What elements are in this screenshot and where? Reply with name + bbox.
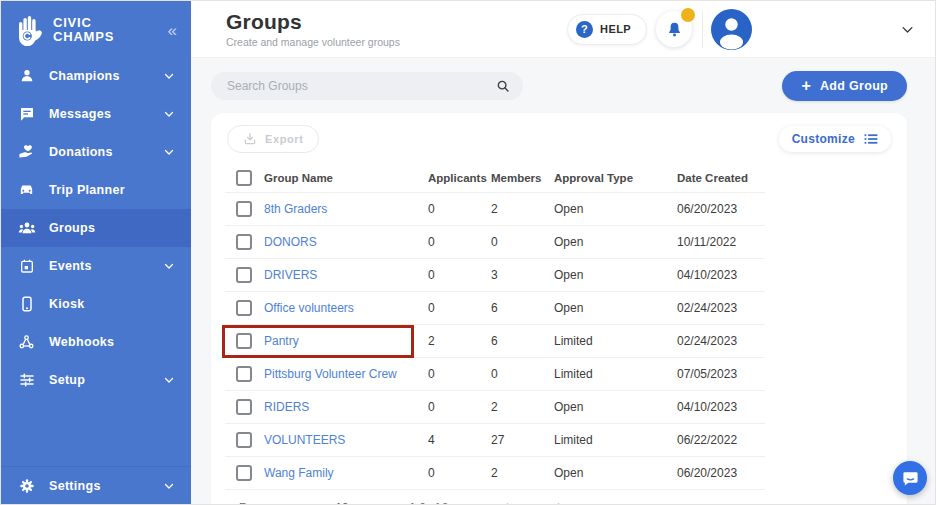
group-name-link[interactable]: Pantry: [264, 334, 428, 348]
group-name-link[interactable]: Wang Family: [264, 466, 428, 480]
next-page-button[interactable]: [553, 501, 566, 505]
row-checkbox[interactable]: [236, 300, 252, 316]
rows-per-page-select[interactable]: 10: [336, 501, 364, 505]
sidebar-item-webhooks[interactable]: Webhooks: [1, 323, 191, 361]
applicants-cell: 0: [428, 301, 491, 315]
brand-name: CIVIC CHAMPS: [53, 16, 114, 44]
col-date-created: Date Created: [677, 172, 773, 184]
add-group-button[interactable]: + Add Group: [782, 71, 907, 101]
date-created-cell: 06/20/2023: [677, 202, 773, 216]
phone-icon: [17, 296, 36, 312]
page-title: Groups: [226, 10, 400, 34]
members-cell: 6: [491, 301, 554, 315]
row-checkbox[interactable]: [236, 366, 252, 382]
app-window: CIVIC CHAMPS « Champions Messages: [0, 0, 936, 505]
date-created-cell: 06/20/2023: [677, 466, 773, 480]
plus-icon: +: [801, 78, 811, 94]
sidebar-item-events[interactable]: Events: [1, 247, 191, 285]
chevron-down-icon: [163, 108, 175, 120]
customize-button[interactable]: Customize: [779, 126, 891, 152]
chat-widget-button[interactable]: [893, 461, 927, 495]
content: + Add Group Export Customize: [191, 58, 935, 504]
table-row: DONORS 0 0 Open 10/11/2022: [225, 226, 765, 259]
members-cell: 0: [491, 367, 554, 381]
row-checkbox[interactable]: [236, 432, 252, 448]
sidebar-item-label: Events: [49, 259, 92, 273]
chevron-down-icon: [163, 374, 175, 386]
row-checkbox[interactable]: [236, 234, 252, 250]
members-cell: 2: [491, 202, 554, 216]
search-box[interactable]: [211, 72, 523, 100]
col-members: Members: [491, 172, 554, 184]
group-name-link[interactable]: RIDERS: [264, 400, 428, 414]
col-group-name: Group Name: [264, 172, 428, 184]
sidebar-item-label: Webhooks: [49, 335, 114, 349]
chat-bubble-icon: [902, 470, 919, 487]
sidebar-item-label: Kiosk: [49, 297, 85, 311]
sidebar-item-champions[interactable]: Champions: [1, 57, 191, 95]
search-icon: [496, 79, 510, 93]
bell-icon: [666, 21, 683, 38]
table-header-row: Group Name Applicants Members Approval T…: [225, 163, 765, 193]
chevron-down-icon: [163, 146, 175, 158]
col-applicants: Applicants: [428, 172, 491, 184]
sidebar-item-setup[interactable]: Setup: [1, 361, 191, 399]
notifications-button[interactable]: [656, 11, 692, 47]
export-button[interactable]: Export: [227, 125, 319, 153]
chevron-down-icon: [163, 260, 175, 272]
chevron-down-icon: [163, 480, 175, 492]
row-checkbox[interactable]: [236, 333, 252, 349]
approval-cell: Open: [554, 400, 677, 414]
table-row: DRIVERS 0 3 Open 04/10/2023: [225, 259, 765, 292]
sidebar-item-messages[interactable]: Messages: [1, 95, 191, 133]
user-avatar[interactable]: [711, 9, 752, 50]
row-checkbox[interactable]: [236, 267, 252, 283]
row-checkbox[interactable]: [236, 201, 252, 217]
sidebar: CIVIC CHAMPS « Champions Messages: [1, 1, 191, 504]
sidebar-item-settings[interactable]: Settings: [1, 466, 191, 504]
list-icon: [864, 133, 878, 145]
topbar: Groups Create and manage volunteer group…: [191, 1, 935, 58]
group-name-link[interactable]: DRIVERS: [264, 268, 428, 282]
sidebar-item-label: Donations: [49, 145, 113, 159]
table-row: VOLUNTEERS 4 27 Limited 06/22/2022: [225, 424, 765, 457]
table-row-highlighted: Pantry 2 6 Limited 02/24/2023: [225, 325, 765, 358]
people-group-icon: [17, 220, 36, 236]
topbar-actions: ? HELP: [567, 9, 915, 50]
previous-page-button[interactable]: [500, 501, 513, 505]
sidebar-item-kiosk[interactable]: Kiosk: [1, 285, 191, 323]
chat-icon: [17, 106, 36, 122]
account-chevron-down-icon[interactable]: [900, 22, 915, 37]
members-cell: 2: [491, 466, 554, 480]
sidebar-item-trip-planner[interactable]: Trip Planner: [1, 171, 191, 209]
applicants-cell: 2: [428, 334, 491, 348]
help-button[interactable]: ? HELP: [567, 14, 647, 45]
topbar-divider: [702, 10, 703, 48]
row-checkbox[interactable]: [236, 465, 252, 481]
group-name-link[interactable]: Pittsburg Volunteer Crew: [264, 367, 428, 381]
card-toolbar: Export Customize: [225, 113, 893, 163]
group-name-link[interactable]: DONORS: [264, 235, 428, 249]
members-cell: 2: [491, 400, 554, 414]
sliders-icon: [17, 372, 36, 388]
table-row: Pittsburg Volunteer Crew 0 0 Limited 07/…: [225, 358, 765, 391]
applicants-cell: 4: [428, 433, 491, 447]
sidebar-item-donations[interactable]: Donations: [1, 133, 191, 171]
person-icon: [17, 68, 36, 84]
members-cell: 27: [491, 433, 554, 447]
group-name-link[interactable]: 8th Graders: [264, 202, 428, 216]
date-created-cell: 04/10/2023: [677, 400, 773, 414]
main-area: Groups Create and manage volunteer group…: [191, 1, 935, 504]
sidebar-nav: Champions Messages Donations: [1, 57, 191, 504]
applicants-cell: 0: [428, 466, 491, 480]
page-subtitle: Create and manage volunteer groups: [226, 36, 400, 48]
sidebar-item-groups[interactable]: Groups: [1, 209, 191, 247]
group-name-link[interactable]: Office volunteers: [264, 301, 428, 315]
row-checkbox[interactable]: [236, 399, 252, 415]
select-all-checkbox[interactable]: [236, 170, 252, 186]
rows-per-page-value: 10: [336, 501, 349, 505]
sidebar-collapse-icon[interactable]: «: [168, 22, 177, 39]
approval-cell: Limited: [554, 367, 677, 381]
group-name-link[interactable]: VOLUNTEERS: [264, 433, 428, 447]
search-input[interactable]: [227, 79, 496, 93]
